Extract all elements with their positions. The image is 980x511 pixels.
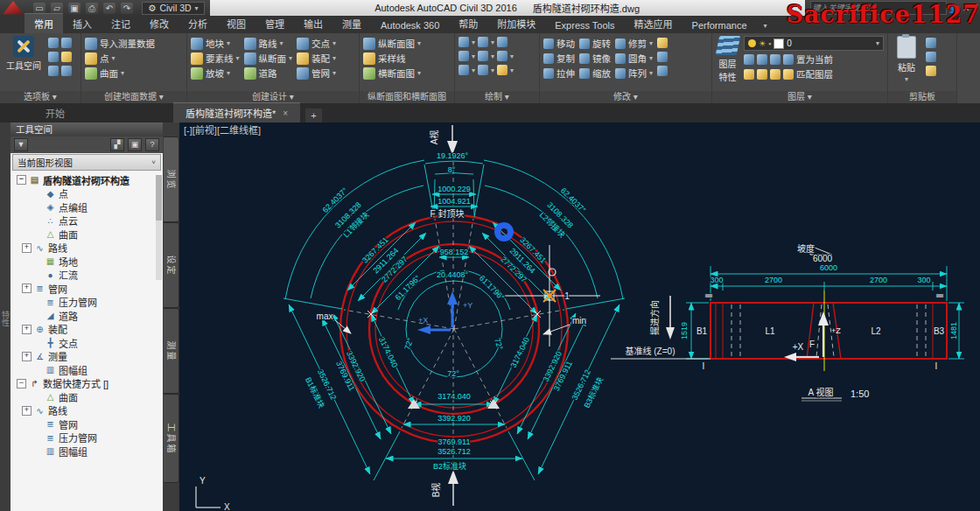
intersections-button[interactable]: 交点▾ — [297, 36, 336, 51]
circle-icon[interactable] — [478, 51, 488, 61]
ribbon-collapse-icon[interactable]: ▾ — [764, 22, 767, 30]
search-input[interactable] — [810, 1, 947, 15]
tab-express-tools[interactable]: Express Tools — [545, 18, 624, 33]
tab-autodesk360[interactable]: Autodesk 360 — [371, 18, 449, 33]
surfaces-button[interactable]: 曲面▾ — [85, 66, 155, 80]
make-current-button[interactable]: 置为当前 — [796, 52, 833, 66]
tab-addins[interactable]: 附加模块 — [487, 14, 545, 33]
save-icon[interactable]: ▣ — [68, 3, 80, 14]
toolspace-button[interactable]: 工具空间 — [4, 36, 44, 72]
arc-icon[interactable] — [478, 37, 488, 47]
tab-output[interactable]: 输出 — [294, 14, 332, 33]
spline-icon[interactable] — [458, 65, 469, 75]
pipe-network-button[interactable]: 管网▾ — [297, 66, 336, 80]
open-file-icon[interactable]: ▱ — [51, 3, 63, 14]
tree-node-sites[interactable]: ▦场地 — [10, 255, 163, 269]
panel-title-draw[interactable]: 绘制 ▾ — [455, 91, 539, 103]
layer-isolate-icon[interactable] — [757, 54, 767, 65]
layer-off-icon[interactable] — [744, 54, 754, 65]
grading-button[interactable]: 放坡▾ — [191, 66, 240, 80]
item-view-icon[interactable]: ▞ — [110, 138, 124, 151]
layer-freeze-icon[interactable] — [770, 54, 780, 65]
tab-settings[interactable]: 设定 — [164, 222, 179, 308]
new-drawing-tab[interactable]: + — [305, 108, 321, 122]
panel-title-sections[interactable]: 纵断面图和横断面图 — [360, 91, 454, 103]
ellipse-icon[interactable] — [478, 65, 488, 75]
tree-node-ds-alignments[interactable]: +∿路线 — [10, 404, 163, 418]
tab-featured-apps[interactable]: 精选应用 — [625, 14, 682, 33]
tab-drawing[interactable]: 盾构隧道衬砌环构造* × — [173, 102, 300, 122]
layer-thaw-icon[interactable] — [770, 69, 780, 80]
erase-icon[interactable] — [657, 38, 668, 48]
sample-lines-button[interactable]: 采样线 — [363, 51, 421, 66]
rectangle-icon[interactable] — [497, 51, 508, 61]
feature-line-button[interactable]: 要素线▾ — [191, 51, 240, 66]
filter-icon[interactable]: ▼ — [14, 138, 28, 151]
rotate-button[interactable]: 旋转 — [579, 36, 611, 51]
corridor-button[interactable]: 道路 — [244, 66, 293, 80]
copy-button[interactable]: 复制 — [543, 51, 575, 66]
tab-start[interactable]: 开始 — [33, 103, 77, 122]
layer-lock-icon[interactable] — [783, 54, 794, 65]
tree-node-ds-pressure-networks[interactable]: ≣压力管网 — [10, 431, 163, 445]
sign-in-icon[interactable]: 👤 — [948, 4, 959, 13]
tree-node-intersections[interactable]: ╋交点 — [10, 336, 163, 350]
tree-node-pipe-networks[interactable]: +≣管网 — [10, 282, 163, 296]
construction-line-icon[interactable] — [458, 51, 469, 61]
tab-toolbox[interactable]: 工具箱 — [164, 394, 179, 483]
mirror-button[interactable]: 镜像 — [579, 51, 611, 66]
help-icon[interactable]: ? — [145, 138, 159, 151]
points-button[interactable]: 点▾ — [85, 51, 155, 66]
tree-node-surfaces[interactable]: △曲面 — [10, 228, 163, 242]
toolbox-icon[interactable] — [61, 52, 72, 62]
exchange-apps-icon[interactable]: ✕ — [962, 4, 970, 13]
panel-title-modify[interactable]: 修改 ▾ — [540, 91, 711, 103]
tab-survey[interactable]: 测量 — [164, 308, 179, 394]
panel-title-ground[interactable]: 创建地面数据 ▾ — [81, 91, 186, 103]
redo-icon[interactable]: ↷ — [121, 3, 133, 14]
view-selector[interactable]: 当前图形视图˅ — [12, 154, 161, 171]
help-icon[interactable]: ? — [973, 4, 978, 13]
hatch-icon[interactable] — [497, 65, 508, 75]
section-views-button[interactable]: 横断面图▾ — [363, 66, 421, 80]
trim-button[interactable]: 修剪▾ — [615, 36, 653, 51]
array-button[interactable]: 阵列▾ — [615, 66, 653, 80]
match-layer-button[interactable]: 匹配图层 — [796, 67, 833, 80]
panel-title-palettes[interactable]: 选项板 ▾ — [0, 91, 80, 103]
tab-modify[interactable]: 修改 — [140, 14, 178, 33]
parcel-button[interactable]: 地块▾ — [191, 36, 240, 51]
tab-analyze[interactable]: 分析 — [178, 14, 217, 33]
model-space-canvas[interactable]: [-][前视][二维线框] — [179, 122, 980, 511]
close-icon[interactable]: × — [283, 108, 288, 118]
tab-view[interactable]: 视图 — [217, 14, 256, 33]
tab-manage[interactable]: 管理 — [256, 14, 294, 33]
scale-button[interactable]: 缩放 — [579, 66, 611, 80]
tree-node-alignments[interactable]: +∿路线 — [10, 242, 163, 256]
tree-node-pressure-networks[interactable]: ≣压力管网 — [10, 296, 163, 310]
plot-icon[interactable]: ⎙ — [86, 3, 98, 14]
profile-view-button[interactable]: 纵断面图▾ — [363, 36, 421, 51]
side-elevation-view[interactable]: 坡度 6000 6000 300 2700 2700 300 1519 1481… — [611, 243, 964, 401]
fillet-button[interactable]: 圆角▾ — [615, 51, 653, 66]
copy-clip-icon[interactable] — [926, 52, 936, 62]
move-button[interactable]: 移动 — [543, 36, 575, 51]
tree-node-data-shortcuts[interactable]: −↱数据快捷方式 [] — [10, 377, 163, 391]
tree-node-plan-sets[interactable]: ▥图幅组 — [10, 363, 163, 377]
panel-title-design[interactable]: 创建设计 ▾ — [187, 91, 359, 103]
survey-toolspace-icon[interactable] — [48, 52, 59, 62]
tree-node-drawing[interactable]: −▤盾构隧道衬砌环构造 — [10, 173, 163, 187]
app-menu-button[interactable] — [2, 0, 24, 16]
tab-prospector[interactable]: 浏览 — [164, 136, 179, 222]
import-survey-data-button[interactable]: 导入测量数据 — [85, 36, 155, 51]
tree-node-ds-surfaces[interactable]: △曲面 — [10, 390, 163, 404]
undo-icon[interactable]: ↶ — [103, 3, 116, 14]
tab-annotate[interactable]: 注记 — [102, 14, 140, 33]
preview-toggle-icon[interactable]: ▣ — [128, 138, 142, 151]
polyline-icon[interactable] — [497, 37, 508, 47]
tree-node-catchments[interactable]: ●汇流 — [10, 269, 163, 283]
panorama-icon[interactable] — [61, 38, 72, 48]
tree-node-points[interactable]: ◆点 — [10, 187, 163, 201]
layer-properties-button[interactable]: 图层特性 — [716, 36, 739, 83]
drawing-settings-icon[interactable] — [48, 66, 59, 76]
save-palette-icon[interactable] — [61, 66, 72, 76]
